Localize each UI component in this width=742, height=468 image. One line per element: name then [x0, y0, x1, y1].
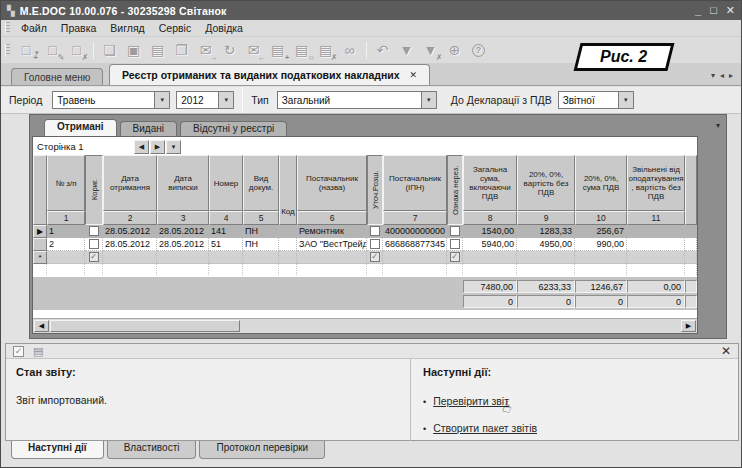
- tab-properties[interactable]: Властивості: [107, 441, 197, 459]
- cell-partial[interactable]: [685, 251, 697, 264]
- cell-partial[interactable]: [685, 238, 697, 251]
- cell-code[interactable]: [279, 225, 297, 238]
- cell-korig-checkbox[interactable]: ✓: [85, 251, 103, 264]
- period-year-select[interactable]: 2012 ▾: [176, 91, 234, 109]
- cell-number[interactable]: [209, 251, 243, 264]
- print-report-icon[interactable]: ▤: [33, 345, 43, 358]
- cell-base[interactable]: [517, 251, 575, 264]
- send-mail-icon[interactable]: ✉→: [194, 40, 218, 61]
- cell-supplier-name[interactable]: [297, 251, 367, 264]
- page-prev-button[interactable]: ◀: [134, 140, 149, 154]
- minimize-button[interactable]: _: [695, 4, 701, 17]
- panel-menu-icon[interactable]: ▾: [716, 121, 720, 130]
- new-report-icon[interactable]: □+: [14, 40, 38, 61]
- cell-vat[interactable]: 990,00: [575, 238, 627, 251]
- remove-record-icon[interactable]: ▤✗: [314, 40, 338, 61]
- view-record-icon[interactable]: ▤○: [290, 40, 314, 61]
- cell-doc-type[interactable]: [243, 251, 279, 264]
- close-button[interactable]: ✕: [726, 4, 735, 17]
- create-package-link[interactable]: Створити пакет звітів: [433, 422, 537, 434]
- cell-n[interactable]: 1: [47, 225, 85, 238]
- tab-received[interactable]: Отримані: [44, 119, 117, 136]
- receive-mail-icon[interactable]: ✉←: [242, 40, 266, 61]
- type-select[interactable]: Загальний ▾: [277, 91, 437, 109]
- maximize-button[interactable]: □: [710, 4, 717, 17]
- filter-icon[interactable]: ▼: [395, 40, 419, 61]
- tab-protocol[interactable]: Протокол перевірки: [199, 441, 325, 459]
- page-next-button[interactable]: ▶: [150, 140, 165, 154]
- menu-view[interactable]: Вигляд: [103, 22, 151, 34]
- cell-date-received[interactable]: [103, 251, 157, 264]
- cell-total[interactable]: [463, 251, 517, 264]
- dropdown-arrow-icon[interactable]: ▾: [421, 92, 436, 108]
- dropdown-arrow-icon[interactable]: ▾: [618, 92, 633, 108]
- period-month-select[interactable]: Травень ▾: [52, 91, 170, 109]
- scroll-left-icon[interactable]: ◀: [34, 320, 49, 332]
- cell-total[interactable]: 1540,00: [463, 225, 517, 238]
- cell-n[interactable]: 2: [47, 238, 85, 251]
- cell-supplier-name[interactable]: ЗАО "ВестТрейд": [297, 238, 367, 251]
- scroll-right-icon[interactable]: ▶: [681, 320, 696, 332]
- horizontal-scrollbar[interactable]: ◀ ▶: [33, 318, 697, 333]
- row-selector-new[interactable]: *: [33, 251, 47, 264]
- cell-korig-checkbox[interactable]: [85, 238, 103, 251]
- menu-help[interactable]: Довідка: [198, 22, 250, 34]
- cell-date-issued[interactable]: 28.05.2012: [157, 238, 209, 251]
- menu-service[interactable]: Сервіс: [152, 22, 198, 34]
- tab-next-actions[interactable]: Наступні дії: [11, 441, 104, 459]
- cell-exempt[interactable]: [627, 238, 685, 251]
- cell-base[interactable]: 4950,00: [517, 238, 575, 251]
- cell-partial[interactable]: [685, 225, 697, 238]
- menu-edit[interactable]: Правка: [54, 22, 103, 34]
- cell-date-issued[interactable]: 28.05.2012: [157, 225, 209, 238]
- cell-korig-checkbox[interactable]: [85, 225, 103, 238]
- cell-supplier-ipn[interactable]: [383, 251, 447, 264]
- cell-date-received[interactable]: 28.05.2012: [103, 225, 157, 238]
- cell-code[interactable]: [279, 251, 297, 264]
- cell-utoch-checkbox[interactable]: [367, 238, 383, 251]
- cell-nerez-checkbox[interactable]: [447, 225, 463, 238]
- refresh-icon[interactable]: ↻: [218, 40, 242, 61]
- cell-supplier-ipn[interactable]: 400000000000: [383, 225, 447, 238]
- help-icon[interactable]: ?: [467, 40, 491, 61]
- cell-doc-type[interactable]: ПН: [243, 238, 279, 251]
- tab-issued[interactable]: Видані: [120, 121, 177, 136]
- copies-icon[interactable]: ❐: [170, 40, 194, 61]
- cell-utoch-checkbox[interactable]: [367, 225, 383, 238]
- page-menu-button[interactable]: ▾: [166, 140, 181, 154]
- cell-exempt[interactable]: [627, 225, 685, 238]
- validate-report-icon[interactable]: ✓: [13, 346, 24, 357]
- internet-icon[interactable]: ⊕: [443, 40, 467, 61]
- cell-n[interactable]: [47, 251, 85, 264]
- cell-date-received[interactable]: 28.05.2012: [103, 238, 157, 251]
- tab-main-menu[interactable]: Головне меню: [11, 68, 103, 85]
- menu-file[interactable]: Файл: [14, 22, 54, 34]
- search-binoculars-icon[interactable]: ∞: [338, 40, 362, 61]
- tab-register[interactable]: Реєстр отриманих та виданих податкових н…: [109, 64, 430, 85]
- cell-total[interactable]: 5940,00: [463, 238, 517, 251]
- tab-close-icon[interactable]: ✕: [410, 70, 418, 80]
- cell-vat[interactable]: 256,67: [575, 225, 627, 238]
- cell-number[interactable]: 141: [209, 225, 243, 238]
- cell-base[interactable]: 1283,33: [517, 225, 575, 238]
- declaration-select[interactable]: Звітної ▾: [558, 91, 634, 109]
- tab-scroll-left-icon[interactable]: ◂: [720, 71, 724, 80]
- add-record-icon[interactable]: ▤+: [266, 40, 290, 61]
- delete-report-icon[interactable]: □✗: [65, 40, 89, 61]
- tab-absent[interactable]: Відсутні у реєстрі: [180, 121, 287, 136]
- cell-code[interactable]: [279, 238, 297, 251]
- cell-doc-type[interactable]: ПН: [243, 225, 279, 238]
- cell-nerez-checkbox[interactable]: [447, 238, 463, 251]
- print-icon[interactable]: ▤: [146, 40, 170, 61]
- tab-scroll-right-icon[interactable]: ▸: [729, 71, 733, 80]
- undo-icon[interactable]: ↶: [371, 40, 395, 61]
- cell-utoch-checkbox[interactable]: ✓: [367, 251, 383, 264]
- edit-report-icon[interactable]: □✎: [41, 40, 65, 61]
- cell-exempt[interactable]: [627, 251, 685, 264]
- cell-nerez-checkbox[interactable]: ✓: [447, 251, 463, 264]
- dropdown-arrow-icon[interactable]: ▾: [218, 92, 233, 108]
- cell-supplier-name[interactable]: Ремонтник: [297, 225, 367, 238]
- row-selector[interactable]: ▶: [33, 225, 47, 238]
- save-icon[interactable]: ▣: [122, 40, 146, 61]
- panel-close-icon[interactable]: ✕: [721, 344, 731, 358]
